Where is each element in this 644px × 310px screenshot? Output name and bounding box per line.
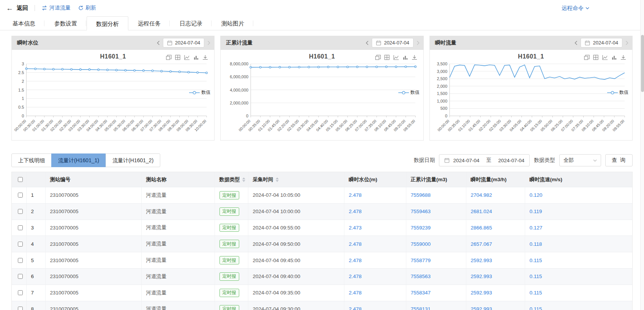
- chart-svg[interactable]: 05001,0001,5002,0002,5003,0003,50000:00:…: [432, 61, 630, 139]
- cell-water-level[interactable]: 2.478: [344, 187, 406, 204]
- row-checkbox[interactable]: [18, 209, 23, 214]
- query-button[interactable]: 查 询: [605, 154, 633, 166]
- chart-canvas[interactable]: 02,000,0004,000,0006,000,0008,000,00000:…: [223, 61, 421, 139]
- data-type-select[interactable]: 全部: [559, 154, 601, 166]
- cell-water-level[interactable]: 2.478: [344, 301, 406, 310]
- cell-instant-flow[interactable]: 2592.993: [466, 285, 525, 301]
- toolbox-download-icon[interactable]: [202, 55, 208, 60]
- cell-cumulative-flow[interactable]: 7559688: [406, 187, 466, 204]
- cell-instant-flow[interactable]: 2592.993: [466, 268, 525, 285]
- cell-cumulative-flow[interactable]: 7558347: [406, 285, 466, 301]
- cell-water-level[interactable]: 2.478: [344, 268, 406, 285]
- cell-water-level[interactable]: 2.478: [344, 203, 406, 220]
- tab-online-offline-detail[interactable]: 上下线明细: [11, 153, 52, 167]
- cell-velocity[interactable]: 0.115: [525, 252, 632, 269]
- module-switch-button[interactable]: 河道流量: [41, 5, 71, 11]
- toolbox-line-chart-icon[interactable]: [184, 55, 190, 60]
- cell-water-level[interactable]: 2.478: [344, 236, 406, 252]
- cell-velocity[interactable]: 0.115: [525, 301, 632, 310]
- next-date-button[interactable]: [207, 41, 210, 45]
- row-checkbox[interactable]: [18, 225, 23, 230]
- chart-legend[interactable]: 数值: [398, 89, 420, 96]
- tab-remote-tasks[interactable]: 远程任务: [128, 16, 170, 30]
- chart-legend[interactable]: 数值: [607, 89, 628, 96]
- tab-basic-info[interactable]: 基本信息: [3, 16, 45, 30]
- tab-bar: 基本信息 参数设置 数据分析 远程任务 日志记录 测站图片: [0, 16, 644, 30]
- toolbox-tiled-icon[interactable]: [384, 55, 390, 60]
- toolbox-line-chart-icon[interactable]: [393, 55, 399, 60]
- tab-flowmeter-h1601-1[interactable]: 流量计(H1601_1): [51, 153, 106, 167]
- row-checkbox[interactable]: [18, 258, 23, 263]
- chart-canvas[interactable]: 05001,0001,5002,0002,5003,0003,50000:00:…: [432, 61, 630, 139]
- scrollbar-thumb[interactable]: [641, 35, 644, 92]
- cell-water-level[interactable]: 2.473: [344, 220, 406, 236]
- cell-instant-flow[interactable]: 2681.024: [466, 203, 525, 220]
- toolbox-line-chart-icon[interactable]: [602, 55, 608, 60]
- toolbox-tiled-icon[interactable]: [593, 55, 599, 60]
- cell-velocity[interactable]: 0.118: [525, 236, 632, 252]
- row-index: 4: [26, 236, 45, 252]
- next-date-button[interactable]: [625, 41, 628, 45]
- tab-parameter-settings[interactable]: 参数设置: [45, 16, 87, 30]
- toolbox-download-icon[interactable]: [620, 55, 626, 60]
- toolbox-stack-icon[interactable]: [375, 55, 381, 60]
- next-date-button[interactable]: [417, 41, 420, 45]
- cell-instant-flow[interactable]: 2657.067: [466, 236, 525, 252]
- prev-date-button[interactable]: [366, 41, 369, 45]
- toolbox-download-icon[interactable]: [412, 55, 417, 60]
- refresh-button[interactable]: 刷新: [78, 5, 96, 11]
- chart-svg[interactable]: 00.511.522.5300:00:0000:30:0001:00:0001:…: [14, 61, 212, 139]
- tab-flowmeter-h1601-2[interactable]: 流量计(H1601_2): [106, 153, 160, 167]
- row-checkbox[interactable]: [18, 307, 23, 310]
- cell-instant-flow[interactable]: 2704.982: [466, 187, 525, 204]
- date-picker[interactable]: 2024-07-04: [372, 38, 414, 47]
- cell-velocity[interactable]: 0.119: [525, 203, 632, 220]
- cell-velocity[interactable]: 0.120: [525, 187, 632, 204]
- cell-cumulative-flow[interactable]: 7559463: [406, 203, 466, 220]
- cell-velocity[interactable]: 0.115: [525, 268, 632, 285]
- toolbox-stack-icon[interactable]: [584, 55, 590, 60]
- sort-icon[interactable]: [242, 177, 245, 182]
- toolbox-bar-chart-icon[interactable]: [193, 55, 199, 60]
- row-checkbox[interactable]: [18, 242, 23, 247]
- toolbox-bar-chart-icon[interactable]: [611, 55, 617, 60]
- toolbox-stack-icon[interactable]: [166, 55, 172, 60]
- cell-cumulative-flow[interactable]: 7558563: [406, 268, 466, 285]
- sort-icon[interactable]: [276, 177, 279, 182]
- prev-date-button[interactable]: [157, 41, 160, 45]
- cell-cumulative-flow[interactable]: 7558779: [406, 252, 466, 269]
- toolbox-bar-chart-icon[interactable]: [402, 55, 408, 60]
- tab-station-photos[interactable]: 测站图片: [212, 16, 254, 30]
- cell-station-name: 河道流量: [141, 187, 215, 204]
- date-picker[interactable]: 2024-07-04: [581, 38, 622, 47]
- tab-log-records[interactable]: 日志记录: [170, 16, 212, 30]
- row-checkbox[interactable]: [18, 193, 23, 198]
- vertical-scrollbar[interactable]: [640, 0, 644, 310]
- toolbox-tiled-icon[interactable]: [175, 55, 181, 60]
- select-all-checkbox[interactable]: [18, 177, 23, 182]
- cell-velocity[interactable]: 0.115: [525, 285, 632, 301]
- tab-data-analysis[interactable]: 数据分析: [87, 16, 128, 30]
- remote-command-dropdown[interactable]: 远程命令: [562, 5, 589, 12]
- cell-velocity[interactable]: 0.127: [525, 220, 632, 236]
- prev-date-button[interactable]: [575, 41, 578, 45]
- svg-text:2,000,000: 2,000,000: [230, 101, 249, 105]
- cell-instant-flow[interactable]: 2592.993: [466, 252, 525, 269]
- cell-instant-flow[interactable]: 2866.865: [466, 220, 525, 236]
- date-picker[interactable]: 2024-07-04: [163, 38, 205, 47]
- row-checkbox[interactable]: [18, 290, 23, 295]
- cell-water-level[interactable]: 2.478: [344, 252, 406, 269]
- svg-text:0: 0: [445, 114, 447, 118]
- cell-cumulative-flow[interactable]: 7559239: [406, 220, 466, 236]
- chart-svg[interactable]: 02,000,0004,000,0006,000,0008,000,00000:…: [223, 61, 421, 139]
- cell-cumulative-flow[interactable]: 7558131: [406, 301, 466, 310]
- cell-water-level[interactable]: 2.478: [344, 285, 406, 301]
- back-button[interactable]: ← 返回: [6, 5, 28, 12]
- date-range-picker[interactable]: 2024-07-04 至 2024-07-04: [439, 154, 530, 166]
- row-checkbox[interactable]: [18, 274, 23, 279]
- chart-canvas[interactable]: 00.511.522.5300:00:0000:30:0001:00:0001:…: [14, 61, 212, 139]
- chart-legend[interactable]: 数值: [189, 89, 210, 96]
- cell-cumulative-flow[interactable]: 7559000: [406, 236, 466, 252]
- data-type-badge: 定时报: [219, 240, 239, 248]
- cell-instant-flow[interactable]: 2592.993: [466, 301, 525, 310]
